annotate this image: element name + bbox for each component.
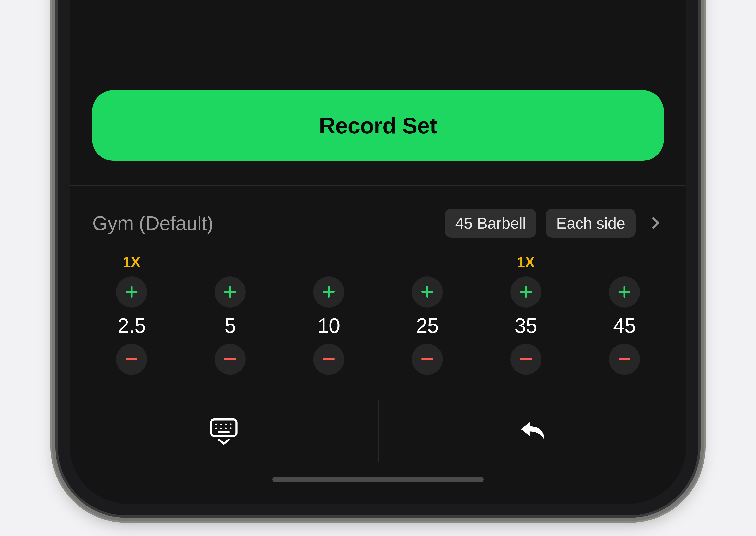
- plate-weight-label: 45: [613, 314, 636, 338]
- plus-icon: [321, 285, 336, 300]
- plate-column: 0X25: [390, 254, 465, 375]
- add-plate-button[interactable]: [609, 277, 640, 308]
- minus-icon: [420, 352, 435, 367]
- home-indicator: [70, 462, 686, 504]
- svg-point-19: [215, 423, 217, 425]
- minus-icon: [321, 352, 336, 367]
- bottom-action-bar: [70, 400, 686, 462]
- svg-rect-18: [211, 419, 237, 436]
- minus-icon: [617, 352, 632, 367]
- remove-plate-button[interactable]: [116, 344, 147, 375]
- plate-picker: 1X2.50X50X100X251X350X45: [70, 246, 686, 400]
- plate-count-badge: 1X: [517, 254, 535, 270]
- plate-weight-label: 25: [416, 314, 439, 338]
- svg-point-24: [220, 427, 222, 429]
- add-plate-button[interactable]: [412, 277, 443, 308]
- remove-plate-button[interactable]: [510, 344, 542, 375]
- svg-point-25: [225, 427, 227, 429]
- dismiss-keyboard-button[interactable]: [70, 400, 378, 462]
- plus-icon: [124, 285, 139, 300]
- plate-column: 0X10: [291, 254, 366, 375]
- chevron-right-icon: [645, 212, 664, 235]
- barbell-weight-chip: 45 Barbell: [445, 209, 536, 238]
- svg-point-23: [215, 427, 217, 429]
- plate-weight-label: 35: [514, 314, 537, 338]
- record-set-button[interactable]: Record Set: [92, 90, 664, 161]
- remove-plate-button[interactable]: [412, 344, 443, 375]
- remove-plate-button[interactable]: [313, 344, 344, 375]
- plus-icon: [518, 285, 533, 300]
- plus-icon: [420, 285, 435, 300]
- svg-point-21: [225, 423, 227, 425]
- add-plate-button[interactable]: [214, 277, 246, 308]
- plate-config-row[interactable]: Gym (Default) 45 Barbell Each side: [70, 186, 686, 246]
- undo-button[interactable]: [378, 400, 686, 462]
- svg-point-22: [230, 423, 232, 425]
- phone-frame: Record Set Gym (Default) 45 Barbell Each…: [58, 0, 698, 515]
- plate-weight-label: 5: [224, 314, 236, 338]
- plate-column: 1X35: [489, 254, 563, 375]
- plate-weight-label: 2.5: [117, 314, 146, 338]
- gym-label: Gym (Default): [92, 212, 435, 235]
- plate-column: 1X2.5: [94, 254, 169, 375]
- add-plate-button[interactable]: [116, 277, 147, 308]
- svg-point-20: [220, 423, 222, 425]
- plus-icon: [223, 285, 238, 300]
- plate-column: 0X5: [193, 254, 267, 375]
- svg-point-26: [230, 427, 232, 429]
- keyboard-dismiss-icon: [208, 416, 239, 447]
- minus-icon: [124, 352, 139, 367]
- content-area: Record Set Gym (Default) 45 Barbell Each…: [70, 82, 686, 504]
- plate-weight-label: 10: [317, 314, 340, 338]
- undo-icon: [517, 416, 548, 447]
- minus-icon: [223, 352, 238, 367]
- remove-plate-button[interactable]: [214, 344, 246, 375]
- add-plate-button[interactable]: [313, 277, 344, 308]
- minus-icon: [518, 352, 533, 367]
- remove-plate-button[interactable]: [609, 344, 640, 375]
- plus-icon: [617, 285, 632, 300]
- each-side-chip: Each side: [546, 209, 636, 238]
- plate-count-badge: 1X: [123, 254, 141, 270]
- plate-column: 0X45: [587, 254, 662, 375]
- phone-screen: Record Set Gym (Default) 45 Barbell Each…: [70, 0, 686, 504]
- add-plate-button[interactable]: [510, 277, 542, 308]
